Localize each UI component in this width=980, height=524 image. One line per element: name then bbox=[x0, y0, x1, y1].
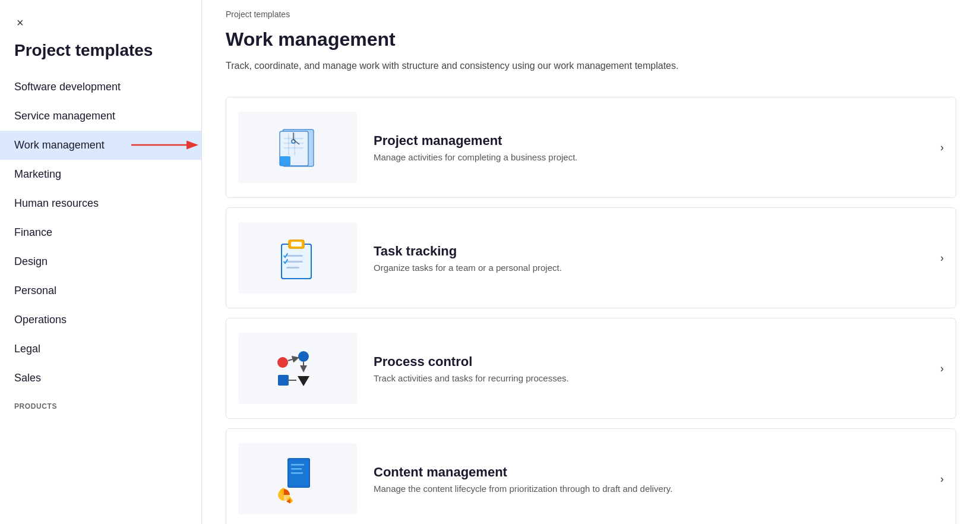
sidebar-item-design[interactable]: Design bbox=[0, 247, 201, 276]
svg-rect-12 bbox=[280, 156, 290, 166]
project-management-body: Project managementManage activities for … bbox=[374, 133, 931, 162]
svg-point-19 bbox=[277, 357, 288, 368]
task-tracking-body: Task trackingOrganize tasks for a team o… bbox=[374, 244, 931, 273]
process-control-chevron-icon: › bbox=[940, 362, 944, 375]
sidebar-item-work-management[interactable]: Work management bbox=[0, 131, 201, 160]
sidebar: × Project templates Software development… bbox=[0, 0, 202, 524]
sidebar-item-software-development[interactable]: Software development bbox=[0, 72, 201, 102]
content-management-icon bbox=[238, 443, 357, 514]
project-management-chevron-icon: › bbox=[940, 141, 944, 154]
sidebar-item-sales[interactable]: Sales bbox=[0, 364, 201, 393]
project-management-description: Manage activities for completing a busin… bbox=[374, 152, 931, 162]
content-management-description: Manage the content lifecycle from priori… bbox=[374, 484, 931, 494]
template-card-content-management[interactable]: Content managementManage the content lif… bbox=[226, 428, 956, 524]
sidebar-item-personal[interactable]: Personal bbox=[0, 276, 201, 305]
sidebar-nav: Software developmentService managementWo… bbox=[0, 72, 201, 524]
template-card-task-tracking[interactable]: Task trackingOrganize tasks for a team o… bbox=[226, 207, 956, 308]
svg-marker-25 bbox=[298, 376, 309, 386]
svg-rect-16 bbox=[286, 255, 303, 257]
breadcrumb: Project templates bbox=[202, 0, 980, 29]
svg-rect-17 bbox=[286, 261, 303, 263]
svg-rect-24 bbox=[278, 375, 289, 386]
process-control-body: Process controlTrack activities and task… bbox=[374, 354, 931, 383]
task-tracking-chevron-icon: › bbox=[940, 252, 944, 264]
sidebar-item-finance[interactable]: Finance bbox=[0, 218, 201, 247]
page-title: Work management bbox=[226, 29, 956, 50]
template-card-project-management[interactable]: Project managementManage activities for … bbox=[226, 97, 956, 198]
svg-point-20 bbox=[298, 351, 309, 362]
task-tracking-title: Task tracking bbox=[374, 244, 931, 259]
page-description: Track, coordinate, and manage work with … bbox=[226, 59, 956, 73]
process-control-icon bbox=[238, 333, 357, 404]
svg-rect-15 bbox=[291, 242, 302, 247]
task-tracking-icon bbox=[238, 222, 357, 293]
process-control-description: Track activities and tasks for recurring… bbox=[374, 373, 931, 383]
template-cards-container: Project managementManage activities for … bbox=[226, 97, 956, 524]
svg-rect-31 bbox=[291, 468, 302, 470]
content-management-chevron-icon: › bbox=[940, 473, 944, 485]
process-control-title: Process control bbox=[374, 354, 931, 370]
svg-rect-18 bbox=[286, 267, 299, 269]
svg-line-21 bbox=[288, 358, 298, 361]
svg-rect-32 bbox=[291, 472, 303, 474]
content-management-body: Content managementManage the content lif… bbox=[374, 465, 931, 494]
template-card-process-control[interactable]: Process controlTrack activities and task… bbox=[226, 318, 956, 419]
close-button[interactable]: × bbox=[14, 14, 26, 31]
content-area: Work management Track, coordinate, and m… bbox=[202, 29, 980, 524]
sidebar-item-service-management[interactable]: Service management bbox=[0, 102, 201, 131]
sidebar-title: Project templates bbox=[0, 40, 201, 72]
sidebar-item-marketing[interactable]: Marketing bbox=[0, 160, 201, 189]
project-management-icon bbox=[238, 112, 357, 183]
sidebar-item-legal[interactable]: Legal bbox=[0, 334, 201, 364]
task-tracking-description: Organize tasks for a team or a personal … bbox=[374, 263, 931, 273]
content-management-title: Content management bbox=[374, 465, 931, 480]
sidebar-item-operations[interactable]: Operations bbox=[0, 305, 201, 334]
sidebar-section-label: PRODUCTS bbox=[0, 393, 201, 415]
main-content: Project templates Work management Track,… bbox=[202, 0, 980, 524]
sidebar-item-human-resources[interactable]: Human resources bbox=[0, 189, 201, 218]
project-management-title: Project management bbox=[374, 133, 931, 149]
svg-rect-30 bbox=[291, 464, 304, 466]
sidebar-header: × bbox=[0, 0, 201, 40]
